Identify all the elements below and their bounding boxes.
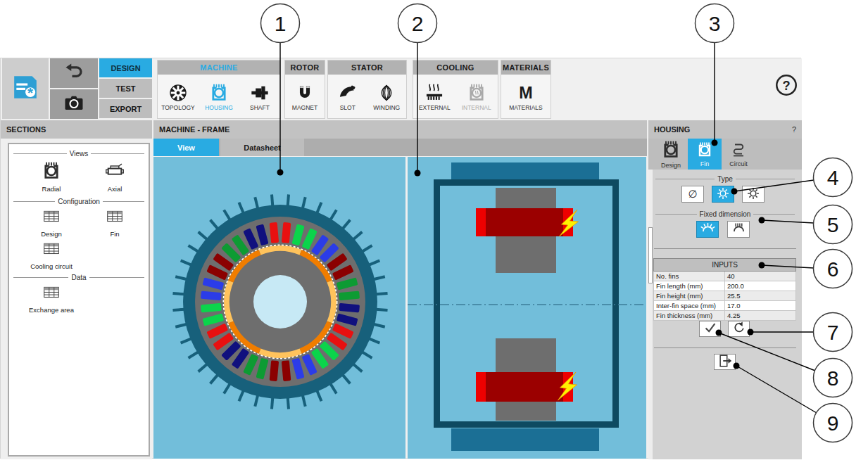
sidebar-item-axial[interactable]: Axial <box>92 161 137 193</box>
sidebar-item-cooling-circuit[interactable]: Cooling circuit <box>29 240 74 270</box>
configuration-legend: Configuration <box>13 198 144 205</box>
housing-icon <box>209 82 229 103</box>
input-value[interactable]: 4.25 <box>725 311 796 321</box>
winding-icon <box>377 82 396 103</box>
export-mode-button[interactable]: EXPORT <box>99 99 152 118</box>
ribbon-group-rotor: ROTOR MAGNET <box>284 60 325 119</box>
views-legend: Views <box>13 150 144 158</box>
ribbon-item-magnet[interactable]: MAGNET <box>285 82 325 111</box>
ribbon-group-title: MATERIALS <box>501 60 551 75</box>
internal-cooling-icon <box>467 82 486 103</box>
ribbon-item-topology[interactable]: TOPOLOGY <box>158 82 199 111</box>
input-value[interactable]: 17.0 <box>725 301 796 311</box>
input-label: Fin height (mm) <box>654 291 725 301</box>
type-legend: Type <box>655 175 795 183</box>
camera-icon <box>63 92 84 116</box>
save-button[interactable]: * <box>2 58 49 119</box>
housing-panel: Design Fin Circuit Type ∅ Fixed dimensio… <box>648 139 802 459</box>
ribbon-group-title: COOLING <box>413 60 498 75</box>
housing-panel-title: HOUSING <box>654 125 690 134</box>
refresh-icon <box>732 321 746 338</box>
callout-6: 6 <box>827 257 839 281</box>
sidebar-item-exchange-area[interactable]: Exchange area <box>29 283 74 314</box>
fin-table-icon <box>104 208 125 229</box>
design-table-icon <box>41 208 62 229</box>
radial-view-canvas <box>153 157 405 459</box>
export-icon <box>717 353 733 371</box>
ribbon-item-materials[interactable]: M MATERIALS <box>505 82 546 111</box>
tab-datasheet[interactable]: Datasheet <box>220 139 304 156</box>
export-data-button[interactable] <box>714 354 736 370</box>
housing-tab-bar: Design Fin Circuit <box>648 139 802 170</box>
fin-base-fixed-icon <box>700 221 715 238</box>
ribbon-group-machine: MACHINE TOPOLOGY HOUSING SHAFT <box>157 60 281 119</box>
save-icon: * <box>12 74 39 103</box>
ribbon-group-title: MACHINE <box>158 60 280 75</box>
undo-button[interactable] <box>50 58 98 88</box>
input-value[interactable]: 200.0 <box>725 281 796 291</box>
housing-tab-circuit[interactable]: Circuit <box>722 139 755 170</box>
toolbar: * DESIGN TEST EXPORT MACHINE TOPOLOGY <box>1 58 802 120</box>
magnet-icon <box>296 82 314 103</box>
input-label: Inter-fin space (mm) <box>654 301 725 311</box>
app-window: * DESIGN TEST EXPORT MACHINE TOPOLOGY <box>0 58 801 459</box>
panel-scrollbar[interactable] <box>648 139 653 459</box>
input-value[interactable]: 25.5 <box>725 291 796 301</box>
housing-tab-design[interactable]: Design <box>654 139 688 170</box>
design-tab-icon <box>661 140 681 161</box>
ribbon-item-slot[interactable]: SLOT <box>328 82 367 111</box>
slot-icon <box>338 82 358 103</box>
fixed-dim-fin-tip-button[interactable] <box>727 221 750 238</box>
ribbon-group-cooling: COOLING EXTERNAL INTERNAL <box>413 60 498 119</box>
ribbon-group-materials: MATERIALS M MATERIALS <box>501 60 551 119</box>
sidebar-item-radial[interactable]: Radial <box>29 161 74 193</box>
ribbon-item-housing[interactable]: HOUSING <box>199 82 239 111</box>
housing-tab-fin[interactable]: Fin <box>688 139 722 170</box>
materials-icon: M <box>516 82 536 103</box>
no-fin-icon: ∅ <box>688 188 697 200</box>
callout-4: 4 <box>827 166 839 189</box>
sections-panel-header: SECTIONS <box>1 120 152 139</box>
callout-9: 9 <box>827 412 839 435</box>
fin-type-radial-button[interactable] <box>712 186 734 203</box>
data-legend: Data <box>13 274 144 281</box>
help-button[interactable]: ? <box>775 75 798 98</box>
fixed-dimension-legend: Fixed dimension <box>655 210 795 218</box>
axial-fin-icon <box>746 186 760 203</box>
panel-help-icon[interactable]: ? <box>792 125 796 134</box>
shaft-icon <box>250 82 270 103</box>
svg-text:*: * <box>27 84 33 101</box>
fin-type-axial-button[interactable] <box>742 186 765 203</box>
input-label: Fin length (mm) <box>654 281 725 291</box>
ribbon-group-stator: STATOR SLOT WINDING <box>327 60 407 119</box>
design-mode-button[interactable]: DESIGN <box>99 58 152 77</box>
table-row: Fin length (mm) 200.0 <box>654 281 796 291</box>
main-tab-bar: View Datasheet <box>153 139 647 156</box>
input-value[interactable]: 40 <box>725 272 796 281</box>
ribbon-item-cooling-internal: INTERNAL <box>456 82 497 111</box>
sections-panel: Views Radial Axial Configuration Design <box>1 139 152 459</box>
sidebar-item-fin[interactable]: Fin <box>92 208 137 238</box>
callout-5: 5 <box>827 213 839 236</box>
ribbon-item-winding[interactable]: WINDING <box>367 82 407 111</box>
ribbon-group-title: STATOR <box>328 60 406 75</box>
test-mode-button[interactable]: TEST <box>99 79 152 98</box>
sidebar-item-design[interactable]: Design <box>29 208 74 238</box>
tab-view[interactable]: View <box>153 139 219 156</box>
ribbon-item-cooling-external[interactable]: EXTERNAL <box>414 82 455 111</box>
fin-tab-icon <box>696 141 713 160</box>
fixed-dim-fin-base-button[interactable] <box>696 221 719 238</box>
callout-7: 7 <box>827 321 839 344</box>
external-cooling-icon <box>424 82 444 103</box>
screenshot-button[interactable] <box>50 89 98 119</box>
callout-2: 2 <box>412 12 424 35</box>
callout-8: 8 <box>827 366 839 390</box>
ribbon-item-shaft[interactable]: SHAFT <box>239 82 280 111</box>
reset-button[interactable] <box>728 321 750 337</box>
fin-type-none-button[interactable]: ∅ <box>681 186 704 203</box>
fin-tip-fixed-icon <box>731 221 746 238</box>
apply-button[interactable] <box>699 321 721 337</box>
help-icon: ? <box>775 74 798 99</box>
cooling-circuit-table-icon <box>41 240 62 261</box>
separator <box>654 347 796 348</box>
